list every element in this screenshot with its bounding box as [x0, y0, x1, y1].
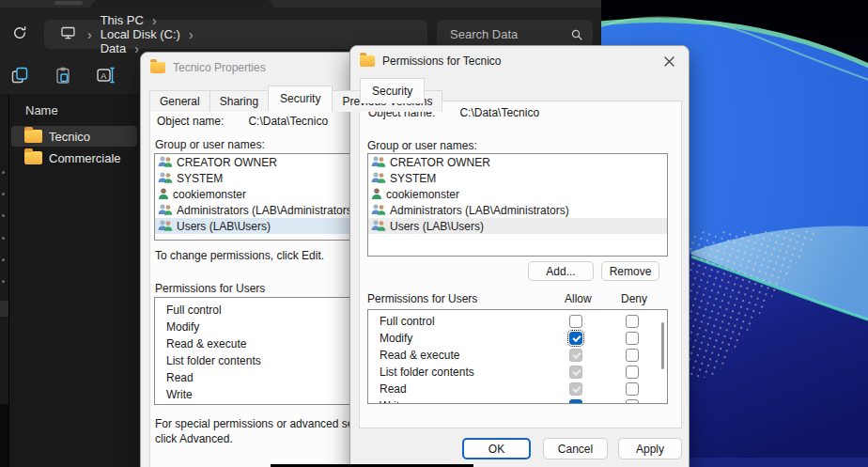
chevron-right-icon: ›: [180, 28, 202, 41]
tree-item-dot: [2, 237, 5, 240]
breadcrumb-segment[interactable]: Data: [101, 41, 126, 55]
group-name: SYSTEM: [390, 172, 436, 185]
deny-checkbox[interactable]: [626, 315, 639, 328]
groups-label: Group or user names:: [367, 139, 477, 152]
refresh-button[interactable]: [8, 21, 32, 45]
file-row[interactable]: Commerciale: [11, 148, 137, 168]
add-button[interactable]: Add...: [528, 261, 594, 281]
allow-checkbox[interactable]: [569, 315, 582, 328]
group-name: Users (LAB\Users): [177, 220, 271, 233]
permission-row: List folder contents: [368, 364, 667, 381]
tab[interactable]: General: [149, 90, 210, 112]
group-name: Users (LAB\Users): [390, 220, 484, 233]
deny-header: Deny: [621, 292, 647, 305]
rename-button[interactable]: A: [96, 65, 116, 86]
tree-item-dot: [2, 193, 5, 195]
navigation-pane-sliver: [0, 94, 8, 467]
permission-name: Read & execute: [166, 337, 246, 350]
tab-security[interactable]: Security: [360, 78, 425, 103]
permission-name: Full control: [166, 304, 222, 317]
svg-text:A: A: [101, 71, 106, 81]
search-icon: [570, 28, 583, 41]
single-user-icon: [158, 188, 169, 200]
group-name: SYSTEM: [177, 172, 223, 185]
group-users-icon: [158, 204, 173, 216]
chevron-right-icon: ›: [79, 28, 101, 41]
group-name: CREATOR OWNER: [177, 156, 277, 169]
group-users-icon: [371, 204, 386, 216]
object-name-row: Object name: C:\Data\Tecnico: [157, 115, 328, 128]
group-name: cookiemonster: [173, 188, 246, 201]
object-name-value: C:\Data\Tecnico: [248, 115, 328, 128]
group-row[interactable]: SYSTEM: [368, 170, 667, 186]
allow-checkbox[interactable]: [569, 382, 582, 396]
pane-bottom-shade: [0, 404, 8, 467]
group-row[interactable]: Users (LAB\Users): [368, 218, 667, 234]
file-list: Tecnico Commerciale: [9, 126, 139, 168]
tree-item-dot: [2, 280, 5, 283]
group-users-icon: [158, 156, 173, 168]
paste-icon: [54, 66, 72, 85]
breadcrumb-segment[interactable]: This PC: [101, 13, 144, 27]
deny-checkbox[interactable]: [626, 349, 639, 362]
copy-button[interactable]: [9, 65, 30, 86]
deny-checkbox[interactable]: [626, 399, 639, 404]
folder-icon: [24, 151, 42, 164]
group-row[interactable]: CREATOR OWNER: [368, 154, 667, 170]
allow-checkbox[interactable]: [569, 399, 582, 404]
folder-icon: [360, 55, 375, 67]
tab[interactable]: Sharing: [209, 90, 269, 112]
deny-checkbox[interactable]: [626, 382, 639, 396]
permission-row: Read: [368, 381, 667, 397]
group-users-icon: [158, 220, 173, 232]
permissions-dialog-titlebar[interactable]: Permissions for Tecnico: [350, 46, 689, 76]
tree-selected-item[interactable]: [0, 301, 8, 317]
allow-checkbox[interactable]: [569, 366, 582, 379]
breadcrumb-items: This PC › Local Disk (C:) › Data ›: [101, 13, 202, 55]
rename-icon: A: [96, 66, 116, 85]
group-users-icon: [371, 220, 386, 232]
group-name: Administrators (LAB\Administrators): [177, 204, 356, 217]
group-name: Administrators (LAB\Administrators): [390, 204, 569, 217]
edit-hint: To change permissions, click Edit.: [155, 249, 324, 262]
permission-name: List folder contents: [166, 354, 261, 367]
remove-button[interactable]: Remove: [601, 261, 659, 281]
allow-checkbox[interactable]: [569, 332, 582, 345]
tab-label: Security: [280, 92, 320, 105]
group-row[interactable]: Administrators (LAB\Administrators): [368, 202, 667, 218]
permissions-label: Permissions for Users: [155, 282, 265, 295]
deny-checkbox[interactable]: [626, 366, 639, 379]
dialog-title: Tecnico Properties: [173, 61, 266, 74]
permission-name: Modify: [380, 332, 412, 345]
scrollbar-thumb[interactable]: [661, 322, 664, 369]
close-button[interactable]: [655, 50, 683, 72]
ok-button[interactable]: OK: [462, 438, 531, 459]
allow-checkbox[interactable]: [569, 349, 582, 362]
explorer-tab-icon: [54, 1, 83, 5]
file-name: Commerciale: [49, 151, 121, 165]
apply-button[interactable]: Apply: [618, 438, 682, 459]
permissions-tabs: Security: [360, 78, 424, 103]
cancel-button[interactable]: Cancel: [543, 438, 608, 459]
object-name-label: Object name:: [157, 115, 224, 128]
group-users-icon: [371, 172, 386, 184]
permission-name: Write: [380, 399, 406, 404]
group-row[interactable]: cookiemonster: [368, 186, 667, 202]
single-user-icon: [371, 188, 382, 200]
permission-row: Read & execute: [368, 347, 667, 364]
explorer-active-tab[interactable]: [91, 0, 273, 8]
permission-row: Full control: [368, 313, 667, 330]
permission-name: Read & execute: [380, 349, 459, 362]
tree-item-dot: [2, 171, 5, 174]
permission-name: Full control: [380, 315, 435, 328]
name-column-header[interactable]: Name: [9, 94, 139, 125]
deny-checkbox[interactable]: [626, 332, 639, 345]
file-row[interactable]: Tecnico: [11, 126, 137, 147]
tab[interactable]: Security: [268, 86, 333, 111]
paste-button[interactable]: [53, 65, 73, 86]
permissions-checkbox-list: Full control Modify Read & execute List …: [367, 309, 668, 404]
desktop: › This PC › Local Disk (C:) › Data › Sea…: [0, 0, 868, 467]
permissions-rows: Full control Modify Read & execute List …: [368, 310, 667, 404]
permission-name: Write: [166, 388, 193, 401]
breadcrumb-segment[interactable]: Local Disk (C:): [101, 27, 180, 41]
